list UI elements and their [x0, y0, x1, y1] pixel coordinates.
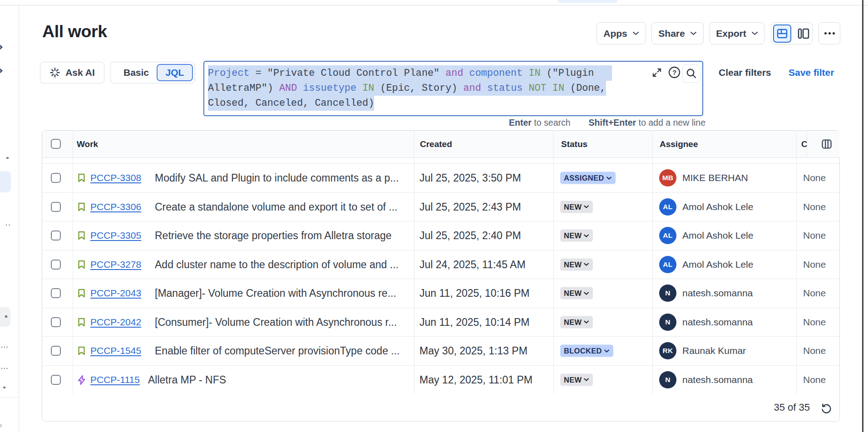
- svg-text:?: ?: [672, 69, 676, 76]
